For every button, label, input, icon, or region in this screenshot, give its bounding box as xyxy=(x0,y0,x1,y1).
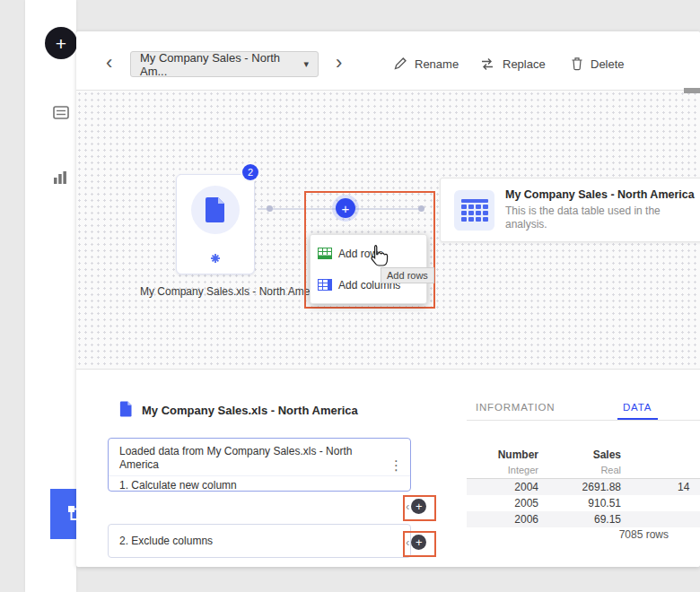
plus-icon: + xyxy=(411,535,426,550)
insert-step-button-1[interactable]: ‹ + xyxy=(406,499,426,514)
previous-table-button[interactable]: ‹ xyxy=(106,53,112,73)
bar-chart-icon xyxy=(53,170,67,185)
pencil-icon xyxy=(393,57,407,71)
loaded-data-step-box[interactable]: Loaded data from My Company Sales.xls - … xyxy=(108,438,411,492)
panel-divider xyxy=(467,420,700,421)
add-rows-icon xyxy=(318,248,332,259)
row-count-label: 7085 rows xyxy=(556,528,669,541)
next-table-button[interactable]: › xyxy=(336,53,342,73)
chevron-left-icon: ‹ xyxy=(406,501,409,512)
data-table-description: This is the data table used in the analy… xyxy=(505,205,689,231)
column-type: Integer xyxy=(467,462,538,478)
table-header-row: Number Sales xyxy=(467,447,700,463)
table-row[interactable]: 2004 2691.88 14 xyxy=(467,479,700,495)
plus-icon: + xyxy=(342,202,350,215)
data-table-dropdown-value: My Company Sales - North Am... xyxy=(140,51,303,78)
add-transformation-button[interactable]: + xyxy=(336,198,355,218)
insert-step-button-2[interactable]: ‹ + xyxy=(406,535,426,550)
table-row[interactable]: 2006 69.15 xyxy=(467,511,700,527)
replace-button[interactable]: Replace xyxy=(479,54,546,74)
tab-data[interactable]: DATA xyxy=(623,402,652,413)
connector-dot-right xyxy=(418,205,424,212)
table-type-row: Integer Real xyxy=(467,462,700,478)
chevron-left-icon: ‹ xyxy=(406,536,409,548)
connector-dot-left xyxy=(267,205,273,212)
sidebar: + xyxy=(25,0,76,592)
cell-sales: 2691.88 xyxy=(549,479,621,495)
data-table-dropdown[interactable]: My Company Sales - North Am... ▾ xyxy=(130,51,319,77)
rename-button[interactable]: Rename xyxy=(393,54,459,74)
data-table-icon xyxy=(454,190,494,231)
add-button[interactable]: + xyxy=(45,27,77,59)
swap-arrows-icon xyxy=(479,57,495,70)
cell-extra: 14 xyxy=(678,479,700,495)
menu-item-add-rows[interactable]: Add rows xyxy=(311,238,426,269)
cell-number: 2006 xyxy=(467,511,538,527)
source-node-circle xyxy=(191,186,240,234)
source-node-label: My Company Sales.xls - North America xyxy=(140,285,328,298)
delete-label: Delete xyxy=(591,57,625,71)
transformation-count-badge: 2 xyxy=(242,164,258,180)
document-icon xyxy=(205,196,226,223)
column-type: Real xyxy=(549,462,621,478)
column-header: Sales xyxy=(549,447,621,463)
replace-label: Replace xyxy=(503,57,546,71)
source-node[interactable] xyxy=(176,174,255,274)
data-canvas-page: + ‹ My Company Sale xyxy=(0,0,700,592)
data-table-title: My Company Sales - North America xyxy=(505,188,695,201)
data-list-icon xyxy=(53,106,69,119)
loaded-data-text: Loaded data from My Company Sales.xls - … xyxy=(109,439,410,475)
plus-icon: + xyxy=(56,34,66,53)
kebab-menu-icon[interactable]: ⋮ xyxy=(389,458,403,472)
step-2-label: 2. Exclude columns xyxy=(119,535,213,547)
transformations-icon xyxy=(210,251,221,267)
add-rows-tooltip: Add rows xyxy=(381,267,434,283)
trash-icon xyxy=(571,57,583,71)
canvas-scrollbar-thumb[interactable] xyxy=(684,88,700,93)
cell-number: 2005 xyxy=(467,495,538,511)
column-header: Number xyxy=(467,447,538,463)
add-columns-icon xyxy=(318,279,332,291)
chevron-down-icon: ▾ xyxy=(303,58,309,70)
exclude-columns-step-box[interactable]: 2. Exclude columns xyxy=(108,524,411,558)
rename-label: Rename xyxy=(415,57,459,71)
menu-item-label: Add rows xyxy=(338,248,383,260)
table-row[interactable]: 2005 910.51 xyxy=(467,495,700,511)
step-1-label: 1. Calculate new column xyxy=(109,475,410,497)
cell-sales: 910.51 xyxy=(549,495,621,511)
plus-icon: + xyxy=(411,499,426,514)
sidebar-item-data[interactable] xyxy=(53,106,69,123)
file-icon xyxy=(119,401,133,421)
tab-information[interactable]: INFORMATION xyxy=(476,402,555,413)
data-table-card[interactable]: My Company Sales - North America This is… xyxy=(440,178,700,242)
cell-sales: 69.15 xyxy=(549,511,621,527)
delete-button[interactable]: Delete xyxy=(571,54,625,74)
sidebar-item-visualizations[interactable] xyxy=(53,170,67,188)
cell-number: 2004 xyxy=(467,479,538,495)
source-file-title: My Company Sales.xls - North America xyxy=(142,404,358,417)
